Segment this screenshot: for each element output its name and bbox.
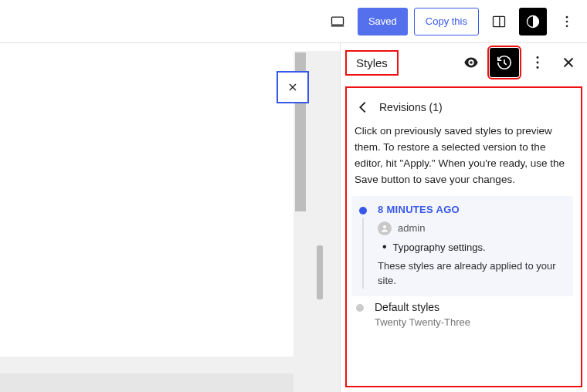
copy-this-button[interactable]: Copy this bbox=[414, 8, 479, 35]
revision-change: Typography settings. bbox=[382, 240, 567, 254]
eye-icon bbox=[463, 54, 480, 71]
revisions-description: Click on previously saved styles to prev… bbox=[355, 123, 573, 196]
panel-toggle-button[interactable] bbox=[485, 8, 513, 35]
revision-timeline bbox=[355, 301, 365, 328]
editor-canvas bbox=[0, 43, 340, 392]
chevron-left-icon bbox=[355, 99, 372, 116]
svg-rect-1 bbox=[494, 16, 505, 26]
avatar-icon bbox=[378, 221, 392, 235]
close-icon bbox=[560, 54, 577, 71]
revision-item-active[interactable]: 8 MINUTES AGO admin Typography settings.… bbox=[351, 196, 573, 296]
revisions-header: Revisions (1) bbox=[355, 94, 573, 123]
timeline-dot-icon bbox=[359, 207, 367, 215]
revisions-panel: Revisions (1) Click on previously saved … bbox=[345, 86, 582, 387]
revision-item-default[interactable]: Default styles Twenty Twenty-Three bbox=[355, 296, 573, 333]
svg-point-6 bbox=[537, 56, 539, 59]
styles-panel: Styles Revisions (1) Click bbox=[340, 43, 587, 392]
more-options-button[interactable] bbox=[553, 8, 581, 35]
styles-button[interactable] bbox=[519, 8, 547, 35]
close-icon bbox=[287, 81, 299, 93]
svg-point-8 bbox=[537, 66, 539, 69]
device-preview-button[interactable] bbox=[324, 8, 351, 35]
revision-author: admin bbox=[378, 221, 567, 235]
panel-header: Styles bbox=[341, 43, 587, 82]
revision-time: 8 MINUTES AGO bbox=[378, 204, 567, 215]
main-area: Styles Revisions (1) Click bbox=[0, 43, 587, 392]
timeline-dot-icon bbox=[356, 304, 364, 312]
revision-note: These styles are already applied to your… bbox=[378, 259, 567, 289]
revisions-list: 8 MINUTES AGO admin Typography settings.… bbox=[355, 196, 573, 333]
revisions-button[interactable] bbox=[490, 48, 519, 77]
top-toolbar: Saved Copy this bbox=[0, 0, 587, 43]
revision-timeline bbox=[358, 204, 368, 289]
history-icon bbox=[496, 54, 513, 71]
canvas-content bbox=[0, 51, 294, 357]
panel-more-button[interactable] bbox=[522, 47, 553, 78]
svg-point-4 bbox=[566, 20, 568, 22]
svg-point-9 bbox=[383, 225, 386, 228]
svg-rect-0 bbox=[331, 17, 343, 25]
panel-title: Styles bbox=[356, 56, 388, 69]
outer-scrollbar-thumb[interactable] bbox=[317, 245, 323, 299]
canvas-bottom-strip bbox=[0, 373, 294, 392]
svg-point-5 bbox=[566, 25, 568, 27]
saved-button[interactable]: Saved bbox=[358, 8, 408, 35]
panel-title-highlight: Styles bbox=[345, 50, 399, 76]
close-popover-button[interactable] bbox=[277, 71, 309, 103]
revisions-heading: Revisions (1) bbox=[379, 101, 443, 113]
back-button[interactable] bbox=[355, 99, 372, 116]
svg-point-3 bbox=[566, 15, 568, 18]
revision-author-name: admin bbox=[398, 222, 425, 234]
style-book-button[interactable] bbox=[456, 47, 487, 78]
revision-default-theme: Twenty Twenty-Three bbox=[375, 316, 573, 328]
panel-close-button[interactable] bbox=[553, 47, 584, 78]
svg-point-7 bbox=[537, 62, 539, 64]
kebab-icon bbox=[529, 54, 546, 71]
timeline-line bbox=[362, 218, 364, 289]
revision-default-title: Default styles bbox=[375, 301, 573, 313]
